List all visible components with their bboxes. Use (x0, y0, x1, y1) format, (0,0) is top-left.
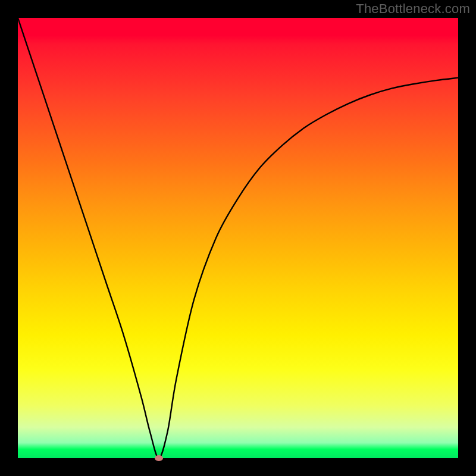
bottleneck-curve (18, 18, 458, 458)
chart-stage: TheBottleneck.com (0, 0, 476, 476)
minimum-marker (155, 455, 163, 461)
watermark-text: TheBottleneck.com (356, 1, 470, 17)
plot-area (18, 18, 458, 458)
